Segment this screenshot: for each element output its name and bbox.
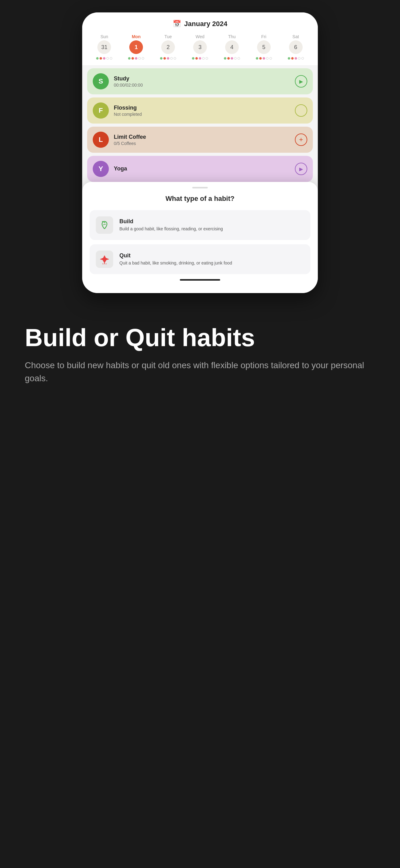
quit-option-card[interactable]: Quit Quit a bad habit, like smoking, dri… [90,244,310,274]
phone-screen: 📅 January 2024 Sun 31 Mon 1 Tue 2 Wed [82,12,318,293]
build-option-desc: Build a good habit, like flossing, readi… [120,226,223,232]
day-sun[interactable]: Sun 31 [88,34,120,54]
calendar-title: January 2024 [184,20,227,28]
quit-option-desc: Quit a bad habit, like smoking, drinking… [120,260,232,266]
day-fri[interactable]: Fri 5 [248,34,280,54]
habit-info-yoga: Yoga [114,165,290,173]
habit-info-coffee: Limit Coffee 0/5 Coffees [114,134,290,146]
dots-row [88,56,312,62]
habit-card-flossing[interactable]: F Flossing Not completed [87,97,313,124]
habit-avatar-coffee: L [93,132,109,148]
svg-line-3 [106,264,106,264]
habit-card-yoga[interactable]: Y Yoga ▶ [87,156,313,182]
bottom-text-section: Build or Quit habits Choose to build new… [0,306,400,410]
build-option-title: Build [120,218,223,225]
habit-name-flossing: Flossing [114,104,290,111]
day-thu[interactable]: Thu 4 [216,34,248,54]
bottom-heading: Build or Quit habits [25,324,375,351]
calendar-header: 📅 January 2024 [88,20,312,28]
day-sat[interactable]: Sat 6 [280,34,312,54]
habits-list: S Study 00:00/02:00:00 ▶ F Flossing Not … [82,65,318,182]
habit-card-study[interactable]: S Study 00:00/02:00:00 ▶ [87,68,313,94]
yoga-play-button[interactable]: ▶ [295,163,307,175]
day-tue[interactable]: Tue 2 [152,34,184,54]
coffee-add-button[interactable]: + [295,133,307,146]
quit-option-title: Quit [120,252,232,259]
habit-sub-study: 00:00/02:00:00 [114,83,290,88]
quit-option-text: Quit Quit a bad habit, like smoking, dri… [120,252,232,266]
habit-name-study: Study [114,75,290,82]
build-option-icon [96,216,113,234]
habit-name-yoga: Yoga [114,165,290,172]
svg-line-2 [103,264,103,264]
bottom-sheet: What type of a habit? Build Build a good… [82,182,318,293]
home-indicator [180,279,220,281]
calendar-icon: 📅 [173,20,181,28]
day-mon[interactable]: Mon 1 [120,34,152,54]
flossing-complete-button[interactable] [295,104,307,117]
bottom-desc: Choose to build new habits or quit old o… [25,359,375,385]
svg-point-0 [104,221,105,223]
habit-info-flossing: Flossing Not completed [114,104,290,117]
sheet-handle [192,187,208,188]
habit-info-study: Study 00:00/02:00:00 [114,75,290,88]
habit-sub-flossing: Not completed [114,112,290,117]
habit-name-coffee: Limit Coffee [114,134,290,140]
habit-avatar-flossing: F [93,102,109,119]
phone-mockup: 📅 January 2024 Sun 31 Mon 1 Tue 2 Wed [82,0,318,306]
sheet-title: What type of a habit? [90,195,310,203]
habit-avatar-study: S [93,73,109,89]
habit-card-coffee[interactable]: L Limit Coffee 0/5 Coffees + [87,127,313,153]
habit-avatar-yoga: Y [93,161,109,177]
build-option-text: Build Build a good habit, like flossing,… [120,218,223,232]
build-option-card[interactable]: Build Build a good habit, like flossing,… [90,210,310,240]
day-wed[interactable]: Wed 3 [184,34,216,54]
habit-sub-coffee: 0/5 Coffees [114,141,290,146]
calendar-days-row: Sun 31 Mon 1 Tue 2 Wed 3 Thu 4 [88,34,312,54]
quit-option-icon [96,251,113,268]
study-play-button[interactable]: ▶ [295,75,307,88]
calendar-section: 📅 January 2024 Sun 31 Mon 1 Tue 2 Wed [82,12,318,65]
